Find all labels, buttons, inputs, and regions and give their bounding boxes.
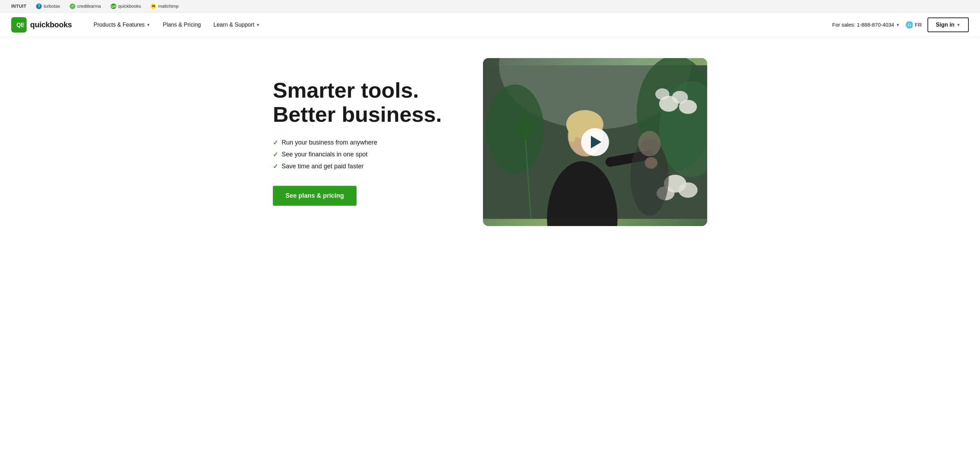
nav-learn-support-label: Learn & Support: [213, 22, 254, 28]
hero-feature-3-text: Save time and get paid faster: [282, 163, 364, 170]
video-play-button[interactable]: [581, 128, 609, 156]
creditkarma-label: creditkarma: [77, 3, 101, 9]
learn-support-chevron-icon: ▼: [256, 23, 260, 27]
nav-products-features[interactable]: Products & Features ▼: [89, 19, 155, 31]
nav-sales-phone[interactable]: For sales: 1-888-870-4034 ▼: [832, 22, 900, 28]
quickbooks-small-icon: QB: [111, 3, 116, 9]
hero-video: [483, 58, 707, 226]
play-icon: [591, 136, 601, 148]
nav-links: Products & Features ▼ Plans & Pricing Le…: [89, 19, 832, 31]
hero-feature-3: ✓ Save time and get paid faster: [273, 163, 462, 170]
quickbooks-logo-icon: QB: [11, 17, 27, 33]
nav-logo-text: quickbooks: [30, 20, 72, 29]
mailchimp-icon: ✉: [151, 3, 156, 9]
svg-rect-17: [569, 123, 575, 142]
hero-feature-1: ✓ Run your business from anywhere: [273, 139, 462, 147]
signin-label: Sign in: [936, 22, 955, 28]
products-features-chevron-icon: ▼: [146, 23, 150, 27]
hero-section: Smarter tools. Better business. ✓ Run yo…: [245, 37, 735, 247]
checkmark-icon-1: ✓: [273, 139, 278, 147]
svg-point-6: [486, 84, 544, 174]
hero-cta-button[interactable]: See plans & pricing: [273, 186, 356, 206]
nav-language[interactable]: 🌐 FR: [905, 21, 922, 29]
turbotax-icon: T: [36, 3, 42, 9]
topbar-turbotax[interactable]: T turbotax: [36, 3, 60, 9]
top-bar: INTUIT T turbotax ✓ creditkarma QB quick…: [0, 0, 980, 13]
quickbooks-svg-icon: QB: [14, 20, 24, 30]
sales-chevron-icon: ▼: [896, 23, 900, 27]
nav-products-features-label: Products & Features: [94, 22, 145, 28]
mailchimp-label: mailchimp: [158, 3, 179, 9]
hero-title: Smarter tools. Better business.: [273, 78, 462, 126]
main-nav: QB quickbooks Products & Features ▼ Plan…: [0, 13, 980, 37]
svg-point-10: [655, 88, 669, 100]
turbotax-label: turbotax: [43, 3, 60, 9]
hero-cta-label: See plans & pricing: [285, 192, 344, 199]
topbar-quickbooks[interactable]: QB quickbooks: [111, 3, 141, 9]
nav-plans-pricing-label: Plans & Pricing: [163, 22, 201, 28]
sign-in-button[interactable]: Sign in ▼: [928, 17, 969, 32]
hero-content: Smarter tools. Better business. ✓ Run yo…: [273, 78, 462, 205]
nav-right: For sales: 1-888-870-4034 ▼ 🌐 FR Sign in…: [832, 17, 969, 32]
video-thumbnail: [483, 58, 707, 226]
topbar-creditkarma[interactable]: ✓ creditkarma: [70, 3, 101, 9]
creditkarma-icon: ✓: [70, 3, 75, 9]
hero-title-line1: Smarter tools.: [273, 78, 419, 102]
quickbooks-topbar-label: quickbooks: [118, 3, 141, 9]
svg-text:QB: QB: [16, 22, 24, 28]
hero-feature-1-text: Run your business from anywhere: [282, 139, 377, 146]
intuit-brand: INTUIT: [11, 3, 26, 9]
hero-features-list: ✓ Run your business from anywhere ✓ See …: [273, 139, 462, 170]
nav-sales-label: For sales: 1-888-870-4034: [832, 22, 894, 28]
checkmark-icon-2: ✓: [273, 151, 278, 158]
globe-icon: 🌐: [905, 21, 913, 29]
svg-point-23: [515, 115, 534, 140]
checkmark-icon-3: ✓: [273, 163, 278, 170]
nav-logo[interactable]: QB quickbooks: [11, 17, 72, 33]
nav-lang-label: FR: [915, 22, 922, 28]
svg-point-9: [679, 100, 697, 114]
svg-point-12: [678, 182, 698, 198]
nav-plans-pricing[interactable]: Plans & Pricing: [158, 19, 206, 31]
nav-learn-support[interactable]: Learn & Support ▼: [208, 19, 264, 31]
signin-chevron-icon: ▼: [956, 23, 960, 27]
topbar-mailchimp[interactable]: ✉ mailchimp: [151, 3, 179, 9]
hero-feature-2: ✓ See your financials in one spot: [273, 151, 462, 158]
hero-title-line2: Better business.: [273, 102, 442, 126]
hero-feature-2-text: See your financials in one spot: [282, 151, 368, 158]
svg-point-21: [638, 131, 660, 157]
